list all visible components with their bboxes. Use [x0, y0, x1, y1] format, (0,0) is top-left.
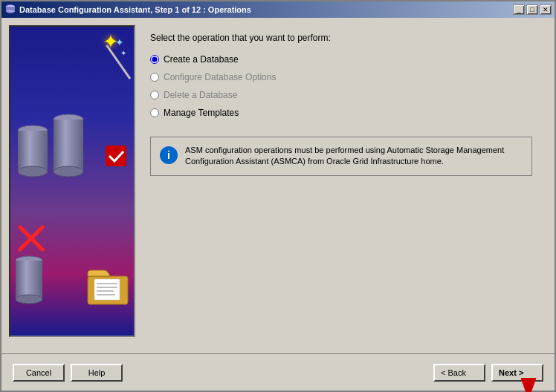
bottom-left-buttons: Cancel Help: [13, 364, 123, 382]
main-window: Database Configuration Assistant, Step 1…: [0, 0, 556, 392]
svg-rect-4: [18, 131, 48, 172]
arrow-indicator: [517, 378, 540, 393]
wand-area: ✦ ✦ ✦: [78, 30, 123, 90]
bottom-right-buttons: < Back Next >: [433, 364, 543, 382]
svg-point-5: [18, 166, 48, 177]
radio-create-database[interactable]: [150, 55, 159, 64]
cylinder-3: [14, 254, 44, 306]
cylinder-2: [52, 112, 85, 179]
radio-configure-database[interactable]: [150, 73, 159, 82]
illustration: ✦ ✦ ✦: [10, 27, 134, 336]
minimize-button[interactable]: _: [513, 4, 525, 15]
svg-rect-13: [16, 261, 42, 299]
cylinder-group-1: [16, 112, 85, 179]
title-bar: Database Configuration Assistant, Step 1…: [1, 1, 555, 18]
svg-point-8: [54, 166, 83, 177]
title-bar-left: Database Configuration Assistant, Step 1…: [4, 4, 251, 16]
cylinder-group-2: [14, 254, 44, 306]
content-area: ✦ ✦ ✦: [1, 18, 555, 353]
app-icon: [4, 4, 16, 16]
label-create-database: Create a Database: [164, 54, 239, 65]
cylinder-1: [16, 123, 50, 179]
option-manage-templates[interactable]: Manage Templates: [150, 108, 532, 118]
label-manage-templates: Manage Templates: [164, 108, 239, 118]
next-label: Next >: [499, 368, 523, 377]
radio-manage-templates[interactable]: [150, 108, 159, 117]
window-body: ✦ ✦ ✦: [1, 18, 555, 391]
instruction-text: Select the operation that you want to pe…: [150, 33, 532, 43]
window-title: Database Configuration Assistant, Step 1…: [19, 5, 251, 14]
right-content: Select the operation that you want to pe…: [135, 25, 547, 346]
back-label: < Back: [441, 368, 466, 377]
checkmark-icon: [106, 146, 128, 170]
option-configure-database[interactable]: Configure Database Options: [150, 72, 532, 82]
svg-rect-16: [94, 279, 120, 300]
bottom-bar: Cancel Help < Back Next >: [1, 353, 555, 391]
sparkle-icon: ✦: [115, 36, 124, 48]
illustration-panel: ✦ ✦ ✦: [9, 25, 135, 337]
svg-point-14: [16, 295, 42, 304]
label-delete-database: Delete a Database: [164, 90, 237, 100]
info-box: i ASM configuration operations must be p…: [150, 137, 532, 176]
info-icon: i: [160, 146, 178, 164]
option-create-database[interactable]: Create a Database: [150, 54, 532, 65]
sparkle2-icon: ✦: [120, 49, 126, 57]
svg-rect-9: [106, 146, 126, 166]
svg-rect-7: [54, 120, 83, 172]
folder-icon: [85, 263, 130, 310]
radio-delete-database[interactable]: [150, 91, 159, 99]
maximize-button[interactable]: □: [526, 4, 538, 15]
close-button[interactable]: ✕: [540, 4, 552, 15]
back-button[interactable]: < Back: [433, 364, 485, 382]
label-configure-database: Configure Database Options: [164, 72, 276, 82]
title-buttons: _ □ ✕: [513, 4, 552, 15]
option-delete-database[interactable]: Delete a Database: [150, 90, 532, 100]
red-x-icon: [18, 225, 45, 254]
svg-point-2: [6, 10, 15, 13]
info-message: ASM configuration operations must be per…: [185, 145, 523, 168]
cancel-button[interactable]: Cancel: [13, 364, 65, 382]
radio-group: Create a Database Configure Database Opt…: [150, 54, 532, 118]
help-button[interactable]: Help: [71, 364, 123, 382]
